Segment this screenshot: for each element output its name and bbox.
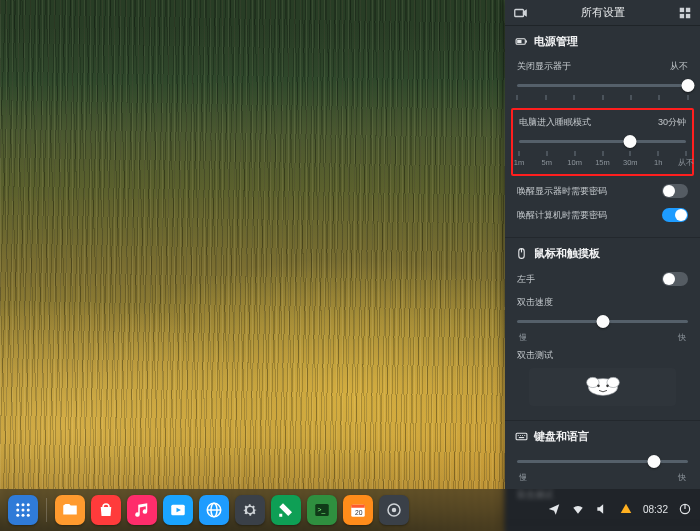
toggle-wake-display-pw[interactable]	[662, 184, 688, 198]
svg-point-26	[27, 509, 30, 512]
svg-point-28	[22, 514, 25, 517]
slider-knob[interactable]	[624, 135, 637, 148]
toggle-wake-computer-pw[interactable]	[662, 208, 688, 222]
dblclick-speed-slider[interactable]	[517, 315, 688, 329]
svg-point-27	[16, 514, 19, 517]
panel-header: 所有设置	[505, 0, 700, 26]
display-off-slider[interactable]	[517, 79, 688, 93]
dblclick-test-area[interactable]	[529, 368, 676, 406]
dock-app-calendar[interactable]: 20	[343, 495, 373, 525]
row-dblclick-speed: 双击速度 慢 快	[505, 291, 700, 347]
svg-rect-15	[516, 433, 527, 440]
svg-point-23	[27, 503, 30, 506]
slider-knob[interactable]	[682, 79, 695, 92]
section-power: 电源管理 关闭显示器于 从不	[505, 26, 700, 238]
svg-point-12	[606, 377, 618, 387]
section-title-mouse: 鼠标和触摸板	[505, 238, 700, 267]
svg-point-19	[524, 435, 525, 436]
svg-point-18	[522, 435, 523, 436]
slider-knob[interactable]	[596, 315, 609, 328]
svg-rect-40	[351, 505, 365, 508]
dock-app-music[interactable]	[127, 495, 157, 525]
keyboard-icon	[515, 430, 528, 443]
grid-icon[interactable]	[678, 6, 692, 20]
tray-updates-icon[interactable]	[619, 502, 633, 518]
dock: >_2008:32	[0, 489, 700, 531]
svg-rect-4	[686, 14, 690, 18]
dock-app-editor[interactable]	[271, 495, 301, 525]
row-left-hand: 左手	[505, 267, 700, 291]
svg-point-29	[27, 514, 30, 517]
sleep-value: 30分钟	[658, 116, 686, 129]
row-wake-display-pw: 唤醒显示器时需要密码	[505, 179, 700, 203]
svg-point-43	[392, 508, 397, 513]
svg-rect-3	[680, 14, 684, 18]
row-keyboard-repeat: 慢 快	[505, 450, 700, 487]
dock-separator	[46, 498, 47, 522]
tray-clock[interactable]: 08:32	[643, 505, 668, 515]
svg-point-25	[22, 509, 25, 512]
row-wake-computer-pw: 唤醒计算机时需要密码	[505, 203, 700, 227]
dock-app-browser[interactable]	[199, 495, 229, 525]
svg-rect-6	[526, 40, 527, 42]
battery-icon	[515, 35, 528, 48]
toggle-left-hand[interactable]	[662, 272, 688, 286]
svg-point-11	[586, 377, 598, 387]
dock-app-settings[interactable]	[235, 495, 265, 525]
tray-sound-icon[interactable]	[595, 502, 609, 518]
tray-notification-icon[interactable]	[547, 502, 561, 518]
dock-app-launcher[interactable]	[8, 495, 38, 525]
row-dblclick-test: 双击测试	[505, 347, 700, 410]
dock-app-control[interactable]	[379, 495, 409, 525]
svg-rect-1	[680, 8, 684, 12]
sleep-ticks	[519, 151, 686, 157]
svg-rect-2	[686, 8, 690, 12]
slider-knob[interactable]	[647, 455, 660, 468]
row-display-off: 关闭显示器于 从不	[505, 55, 700, 105]
highlight-sleep: 电脑进入睡眠模式 30分钟 1m5m10m15m30m1h从不	[511, 108, 694, 176]
svg-text:>_: >_	[318, 506, 326, 514]
section-title-power: 电源管理	[505, 26, 700, 55]
svg-rect-7	[517, 40, 521, 43]
section-mouse: 鼠标和触摸板 左手 双击速度 慢 快	[505, 238, 700, 421]
sleep-slider[interactable]	[519, 135, 686, 149]
svg-point-13	[597, 385, 600, 388]
dock-app-store[interactable]	[91, 495, 121, 525]
svg-point-16	[518, 435, 519, 436]
display-off-label: 关闭显示器于	[517, 60, 571, 73]
sleep-label: 电脑进入睡眠模式	[519, 116, 591, 129]
dblclick-speed-label: 双击速度	[517, 296, 553, 309]
svg-rect-36	[279, 514, 282, 517]
settings-panel: 所有设置 电源管理 关闭显示器于 从不	[505, 0, 700, 531]
svg-point-24	[16, 509, 19, 512]
smiley-icon	[586, 376, 620, 398]
svg-rect-0	[515, 10, 524, 17]
tray-power-icon[interactable]	[678, 502, 692, 518]
svg-rect-20	[519, 437, 524, 438]
svg-point-17	[520, 435, 521, 436]
svg-point-14	[606, 385, 609, 388]
dock-app-terminal[interactable]: >_	[307, 495, 337, 525]
display-off-ticks	[517, 95, 688, 101]
system-tray: 08:32	[547, 502, 692, 518]
sleep-tick-labels: 1m5m10m15m30m1h从不	[519, 158, 686, 168]
svg-point-22	[22, 503, 25, 506]
svg-point-21	[16, 503, 19, 506]
tray-network-icon[interactable]	[571, 502, 585, 518]
display-off-value: 从不	[670, 60, 688, 73]
row-sleep: 电脑进入睡眠模式 30分钟 1m5m10m15m30m1h从不	[519, 116, 686, 170]
dock-app-files[interactable]	[55, 495, 85, 525]
keyboard-repeat-slider[interactable]	[517, 455, 688, 469]
mouse-icon	[515, 247, 528, 260]
svg-text:20: 20	[355, 509, 363, 516]
panel-title: 所有设置	[581, 5, 625, 20]
section-title-keyboard: 键盘和语言	[505, 421, 700, 450]
back-icon[interactable]	[513, 6, 527, 20]
dock-app-video[interactable]	[163, 495, 193, 525]
